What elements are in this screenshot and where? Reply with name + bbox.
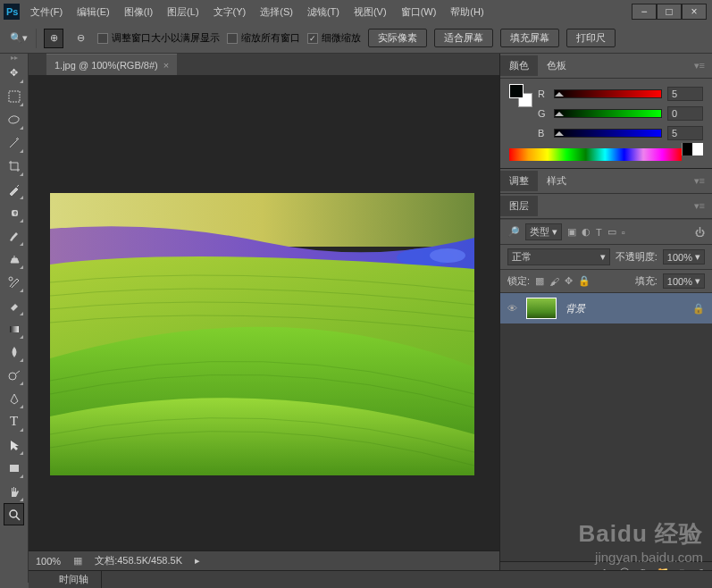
- lock-all-icon[interactable]: 🔒: [578, 275, 591, 287]
- blur-tool[interactable]: [4, 340, 24, 363]
- opacity-input[interactable]: 100% ▾: [663, 249, 705, 265]
- g-input[interactable]: [667, 106, 703, 121]
- scrubby-zoom-checkbox[interactable]: 细微缩放: [307, 31, 361, 45]
- tab-adjustments[interactable]: 调整: [500, 171, 538, 191]
- fill-screen-button[interactable]: 填充屏幕: [500, 29, 559, 47]
- menu-file[interactable]: 文件(F): [23, 5, 70, 19]
- eyedropper-tool[interactable]: [4, 178, 24, 200]
- maximize-button[interactable]: □: [657, 4, 682, 20]
- history-brush-tool[interactable]: [4, 271, 24, 293]
- move-tool[interactable]: ✥: [4, 62, 24, 84]
- menu-window[interactable]: 窗口(W): [394, 5, 444, 19]
- pen-tool[interactable]: [4, 387, 24, 409]
- zoom-all-checkbox[interactable]: 缩放所有窗口: [227, 31, 300, 45]
- zoom-level[interactable]: 100%: [36, 556, 61, 567]
- svg-point-4: [9, 277, 13, 281]
- color-swatch[interactable]: [509, 84, 532, 107]
- svg-rect-7: [10, 465, 19, 472]
- toolbox: ▸▸ ✥ T: [0, 54, 29, 583]
- filter-pixel-icon[interactable]: ▣: [567, 226, 576, 238]
- layer-name[interactable]: 背景: [565, 302, 683, 315]
- tab-layers[interactable]: 图层: [500, 196, 538, 216]
- type-tool[interactable]: T: [4, 410, 24, 433]
- fit-screen-button[interactable]: 适合屏幕: [434, 29, 493, 47]
- spectrum-bar[interactable]: [509, 148, 682, 161]
- window-controls: − □ ×: [632, 4, 707, 20]
- menu-view[interactable]: 视图(V): [347, 5, 394, 19]
- filter-smart-icon[interactable]: ▫: [622, 227, 625, 238]
- svg-text:Ps: Ps: [6, 6, 18, 17]
- fill-input[interactable]: 100% ▾: [663, 273, 705, 289]
- document-tab[interactable]: 1.jpg @ 100%(RGB/8#) ×: [46, 54, 177, 75]
- r-input[interactable]: [667, 87, 703, 101]
- layer-filter-select[interactable]: 类型 ▾: [525, 223, 562, 240]
- minimize-button[interactable]: −: [632, 4, 657, 20]
- zoom-in-icon[interactable]: ⊕: [44, 29, 63, 48]
- gradient-tool[interactable]: [4, 317, 24, 340]
- filter-toggle-icon[interactable]: ⏻: [695, 227, 705, 238]
- menu-help[interactable]: 帮助(H): [443, 5, 490, 19]
- crop-tool[interactable]: [4, 155, 24, 177]
- layer-thumbnail[interactable]: [526, 298, 557, 319]
- visibility-icon[interactable]: 👁: [507, 303, 517, 314]
- search-icon[interactable]: 🔎: [507, 226, 520, 238]
- lock-pixels-icon[interactable]: 🖌: [549, 276, 559, 287]
- close-button[interactable]: ×: [682, 4, 707, 20]
- tab-color[interactable]: 颜色: [500, 55, 538, 76]
- tab-styles[interactable]: 样式: [538, 171, 575, 191]
- titlebar: Ps 文件(F) 编辑(E) 图像(I) 图层(L) 文字(Y) 选择(S) 滤…: [0, 0, 712, 23]
- color-panel-tabs: 颜色 色板 ▾≡: [500, 54, 712, 79]
- menu-layer[interactable]: 图层(L): [160, 5, 205, 19]
- menu-filter[interactable]: 滤镜(T): [300, 5, 347, 19]
- zoom-out-icon[interactable]: ⊖: [71, 29, 90, 48]
- filter-type-icon[interactable]: T: [596, 227, 602, 238]
- lasso-tool[interactable]: [4, 108, 24, 130]
- fill-label: 填充:: [635, 274, 658, 288]
- options-bar: 🔍▾ ⊕ ⊖ 调整窗口大小以满屏显示 缩放所有窗口 细微缩放 实际像素 适合屏幕…: [0, 23, 712, 54]
- panel-menu-icon[interactable]: ▾≡: [687, 175, 712, 187]
- canvas[interactable]: [29, 75, 499, 583]
- g-slider[interactable]: [554, 109, 662, 118]
- tab-close-icon[interactable]: ×: [163, 60, 169, 71]
- timeline-bar: 时间轴: [29, 570, 712, 588]
- status-bar: 100% ▦ 文档:458.5K/458.5K ▸: [29, 550, 499, 570]
- filter-shape-icon[interactable]: ▭: [607, 226, 616, 238]
- menu-image[interactable]: 图像(I): [117, 5, 160, 19]
- status-icon[interactable]: ▦: [73, 555, 82, 567]
- lock-position-icon[interactable]: ✥: [565, 275, 573, 287]
- b-slider[interactable]: [554, 129, 662, 138]
- r-slider[interactable]: [554, 89, 662, 98]
- toolbox-collapse-icon[interactable]: ▸▸: [0, 54, 28, 61]
- spot-heal-tool[interactable]: [4, 201, 24, 223]
- panel-menu-icon[interactable]: ▾≡: [687, 200, 712, 212]
- doc-info-arrow-icon[interactable]: ▸: [195, 555, 200, 567]
- magic-wand-tool[interactable]: [4, 131, 24, 154]
- menu-select[interactable]: 选择(S): [253, 5, 300, 19]
- b-input[interactable]: [667, 126, 703, 140]
- tool-preset-icon[interactable]: 🔍▾: [9, 29, 29, 48]
- lock-icon: 🔒: [692, 303, 705, 315]
- layer-item[interactable]: 👁 背景 🔒: [500, 293, 712, 323]
- path-select-tool[interactable]: [4, 433, 24, 456]
- filter-adjust-icon[interactable]: ◐: [582, 226, 591, 238]
- brush-tool[interactable]: [4, 224, 24, 247]
- actual-pixels-button[interactable]: 实际像素: [368, 29, 427, 47]
- lock-transparent-icon[interactable]: ▩: [535, 275, 544, 287]
- eraser-tool[interactable]: [4, 294, 24, 316]
- menu-type[interactable]: 文字(Y): [206, 5, 254, 19]
- timeline-tab[interactable]: 时间轴: [46, 571, 102, 588]
- hand-tool[interactable]: [4, 480, 24, 502]
- panel-menu-icon[interactable]: ▾≡: [687, 60, 712, 71]
- marquee-tool[interactable]: [4, 85, 24, 107]
- tab-swatches[interactable]: 色板: [538, 55, 575, 76]
- print-size-button[interactable]: 打印尺: [566, 29, 616, 47]
- document-tabbar: 1.jpg @ 100%(RGB/8#) ×: [29, 54, 499, 75]
- rectangle-tool[interactable]: [4, 457, 24, 479]
- dodge-tool[interactable]: [4, 364, 24, 386]
- blend-mode-select[interactable]: 正常 ▾: [507, 248, 610, 265]
- doc-info[interactable]: 文档:458.5K/458.5K: [95, 554, 182, 567]
- menu-edit[interactable]: 编辑(E): [70, 5, 117, 19]
- fit-on-screen-checkbox[interactable]: 调整窗口大小以满屏显示: [97, 31, 220, 45]
- clone-stamp-tool[interactable]: [4, 248, 24, 270]
- zoom-tool[interactable]: [4, 503, 24, 525]
